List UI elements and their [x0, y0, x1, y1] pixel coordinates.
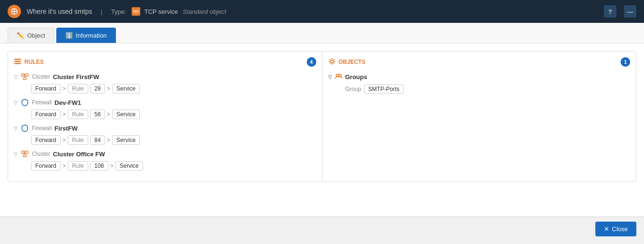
rule-number-2: 56: [90, 110, 105, 119]
arrow-1b: >: [107, 85, 110, 92]
rule-direction-3: Forward: [31, 135, 61, 145]
object-tab-icon: ✏️: [17, 32, 24, 39]
rule-direction-2: Forward: [31, 110, 61, 119]
arrow-4: >: [62, 163, 66, 169]
obj-row-1: Group SMTP-Ports: [345, 84, 631, 94]
svg-rect-7: [14, 61, 21, 62]
rule-group-1-type: Cluster: [32, 73, 50, 80]
obj-label-1: Group: [345, 86, 361, 92]
svg-rect-10: [25, 74, 28, 76]
objects-panel-header: OBJECTS 1: [328, 57, 631, 67]
obj-chevron-1: ▽: [328, 74, 332, 80]
cluster-icon-1: [21, 72, 29, 81]
rule-number-4: 108: [90, 161, 108, 171]
arrow-1: >: [62, 85, 66, 92]
svg-rect-16: [23, 155, 26, 157]
rule-group-1-header: ▽ Cluster Cluster FirstFW: [14, 72, 316, 81]
rule-label-1: Rule: [68, 84, 88, 93]
tabs-bar: ✏️ Object ℹ️ Information: [0, 23, 644, 43]
objects-icon: [328, 58, 336, 67]
arrow-2: >: [62, 111, 66, 118]
chevron-icon-4: ▽: [14, 152, 18, 157]
rule-group-4: ▽ Cluster Cluster Office FW F: [14, 150, 316, 171]
arrow-3b: >: [107, 137, 110, 143]
topbar: Where it's used smtps | Type: TCP servic…: [0, 0, 644, 23]
obj-group-1-header: ▽ Groups: [328, 72, 631, 81]
chevron-icon-3: ▽: [14, 126, 18, 131]
rule-row-1: Forward > Rule 28 > Service: [31, 84, 316, 93]
rule-number-3: 84: [90, 135, 105, 145]
rule-group-2-type: Firewall: [32, 99, 52, 106]
obj-group-1: ▽ Groups Group SMTP-Ports: [328, 72, 631, 94]
rules-badge: 4: [307, 57, 316, 67]
topbar-type-info: TCP service Standard object: [132, 7, 226, 16]
rules-icon: [14, 58, 21, 67]
panels-container: RULES 4 ▽ Cluster: [8, 51, 636, 182]
minimize-button[interactable]: —: [624, 5, 636, 18]
rules-panel-header: RULES 4: [14, 57, 316, 67]
rule-group-4-header: ▽ Cluster Cluster Office FW: [14, 150, 316, 158]
rule-row-4: Forward > Rule 108 > Service: [31, 161, 316, 171]
information-tab-icon: ℹ️: [65, 32, 73, 39]
rule-group-4-name: Cluster Office FW: [53, 151, 105, 158]
rule-row-3: Forward > Rule 84 > Service: [31, 135, 316, 145]
firewall-icon-3: [21, 124, 29, 132]
rule-group-4-type: Cluster: [32, 151, 50, 157]
svg-line-24: [330, 59, 331, 60]
objects-badge: 1: [621, 57, 630, 67]
svg-rect-8: [14, 63, 21, 64]
close-button[interactable]: ✕ Close: [595, 222, 636, 236]
chevron-icon-1: ▽: [14, 74, 18, 80]
rule-service-2: Service: [112, 110, 140, 119]
topbar-separator: |: [101, 8, 102, 15]
rule-direction-1: Forward: [31, 84, 61, 93]
svg-line-25: [333, 62, 334, 63]
arrow-4b: >: [110, 163, 114, 169]
rule-service-3: Service: [112, 135, 140, 145]
topbar-title: Where it's used smtps: [27, 8, 92, 15]
rule-label-3: Rule: [68, 135, 88, 145]
close-icon: ✕: [604, 225, 609, 233]
objects-panel: OBJECTS 1 ▽ Groups: [322, 51, 636, 181]
rule-direction-4: Forward: [31, 161, 61, 171]
svg-line-26: [333, 59, 334, 60]
rule-number-1: 28: [90, 84, 105, 93]
chevron-icon-2: ▽: [14, 100, 18, 105]
app-logo: [8, 5, 21, 18]
main-content: RULES 4 ▽ Cluster: [0, 43, 644, 216]
svg-point-4: [136, 10, 139, 13]
topbar-service-type: TCP service: [144, 8, 178, 15]
topbar-type-label: Type:: [111, 8, 126, 15]
rule-group-2-header: ▽ Firewall Dev-FW1: [14, 98, 316, 107]
rule-group-2: ▽ Firewall Dev-FW1 Forward > Rule 56 >: [14, 98, 316, 119]
rule-group-3: ▽ Firewall FirstFW Forward > Rule 84 >: [14, 124, 316, 145]
svg-rect-15: [25, 151, 28, 153]
svg-point-19: [331, 60, 333, 63]
svg-point-29: [339, 74, 341, 77]
rule-service-1: Service: [112, 84, 140, 93]
arrow-2b: >: [107, 111, 110, 118]
svg-point-3: [134, 10, 136, 13]
svg-line-27: [330, 62, 331, 63]
obj-value-1: SMTP-Ports: [364, 84, 404, 94]
tcp-service-icon: [132, 7, 140, 16]
svg-point-28: [336, 74, 338, 77]
tab-object[interactable]: ✏️ Object: [8, 28, 54, 43]
topbar-standard-label: Standard object: [183, 8, 226, 15]
firewall-icon-2: [21, 98, 29, 107]
rule-service-4: Service: [115, 161, 143, 171]
rule-group-1: ▽ Cluster Cluster FirstFW For: [14, 72, 316, 93]
rule-group-3-header: ▽ Firewall FirstFW: [14, 124, 316, 132]
rule-group-2-name: Dev-FW1: [54, 99, 81, 106]
svg-rect-6: [14, 59, 21, 60]
groups-icon: [335, 72, 343, 81]
footer: ✕ Close: [0, 216, 644, 241]
rule-group-3-name: FirstFW: [54, 125, 77, 132]
rule-group-3-type: Firewall: [32, 125, 52, 132]
tab-information[interactable]: ℹ️ Information: [56, 28, 116, 43]
help-button[interactable]: ?: [604, 5, 616, 18]
cluster-icon-4: [21, 150, 29, 158]
obj-group-1-name: Groups: [345, 73, 367, 81]
rule-label-4: Rule: [68, 161, 88, 171]
arrow-3: >: [62, 137, 66, 143]
